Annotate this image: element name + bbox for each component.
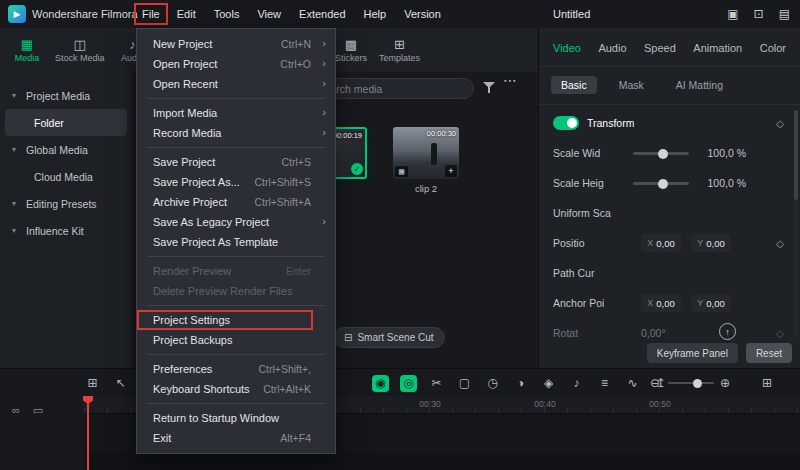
media-clip-2[interactable]: 00:00:30 ▦ +: [393, 127, 459, 179]
media-tab[interactable]: ▦ Media: [4, 28, 50, 72]
keyframe-diamond-icon[interactable]: ◇: [776, 238, 784, 249]
scale-height-value[interactable]: 100,0 %: [707, 177, 746, 189]
file-menu-item[interactable]: Project Backups ›: [137, 330, 335, 350]
submenu-arrow-icon: ›: [322, 126, 326, 138]
properties-tab[interactable]: Animation: [693, 42, 742, 54]
menu-item-label: Save Project: [153, 156, 215, 168]
gift-icon[interactable]: ▣: [727, 7, 738, 21]
file-menu-item[interactable]: New Project Ctrl+N ›: [137, 34, 335, 54]
audio-mixer-icon[interactable]: ≡: [596, 375, 613, 392]
reset-button[interactable]: Reset: [746, 343, 792, 363]
file-menu-item[interactable]: Save As Legacy Project ›: [137, 212, 335, 232]
menubar-item[interactable]: Edit: [168, 0, 205, 28]
menu-item-shortcut: Alt+F4: [280, 432, 311, 444]
anchor-y-field[interactable]: Y 0,00: [691, 294, 731, 312]
media-tab[interactable]: ◫ Stock Media: [50, 28, 110, 72]
position-y-field[interactable]: Y 0,00: [691, 234, 731, 252]
file-menu-item[interactable]: Return to Startup Window ›: [137, 408, 335, 428]
denoise-icon[interactable]: ∿: [624, 375, 641, 392]
file-menu-item[interactable]: Save Project As... Ctrl+Shift+S ›: [137, 172, 335, 192]
menu-item-label: Save Project As Template: [153, 236, 278, 248]
menubar-item[interactable]: Extended: [290, 0, 354, 28]
file-menu-item[interactable]: Open Recent ›: [137, 74, 335, 94]
properties-subtab[interactable]: AI Matting: [666, 76, 733, 94]
zoom-out-icon[interactable]: ⊖: [650, 376, 660, 390]
scale-width-value[interactable]: 100,0 %: [707, 147, 746, 159]
scroll-up-button[interactable]: ↑: [719, 323, 736, 340]
menubar-item[interactable]: Tools: [205, 0, 249, 28]
properties-tab[interactable]: Video: [553, 42, 581, 54]
menubar-item[interactable]: Help: [355, 0, 396, 28]
scale-width-slider[interactable]: [633, 152, 689, 155]
keyframe-diamond-icon[interactable]: ◇: [776, 328, 784, 339]
link-tracks-icon[interactable]: ∞: [12, 404, 20, 417]
chroma-key-icon[interactable]: ◑: [512, 375, 529, 392]
menubar-item[interactable]: File: [134, 3, 168, 25]
scene-detect-icon[interactable]: ◎: [400, 375, 417, 392]
speed-icon[interactable]: ◷: [484, 375, 501, 392]
media-tab[interactable]: ⊞ Templates: [374, 28, 425, 72]
smart-scene-cut-button[interactable]: ⊟ Smart Scene Cut: [333, 327, 445, 348]
timeline-lane[interactable]: [84, 452, 800, 470]
crop-icon[interactable]: ▢: [456, 375, 473, 392]
media-tabs-right: ▩ Stickers ⊞ Templates: [328, 28, 425, 72]
file-menu-item[interactable]: Open Project Ctrl+O ›: [137, 54, 335, 74]
record-icon[interactable]: ◉: [372, 375, 389, 392]
track-manager-icon[interactable]: ⊞: [762, 376, 772, 390]
properties-tab[interactable]: Color: [760, 42, 786, 54]
file-menu-item: ›: [137, 94, 335, 103]
file-menu-item[interactable]: Save Project Ctrl+S ›: [137, 152, 335, 172]
properties-tab[interactable]: Speed: [644, 42, 676, 54]
menu-item-label: Archive Project: [153, 196, 227, 208]
file-menu-item[interactable]: Keyboard Shortcuts Ctrl+Alt+K ›: [137, 379, 335, 399]
sidebar-item[interactable]: ▾ Cloud Media: [0, 163, 132, 190]
media-tab-label: Media: [15, 53, 40, 63]
sidebar-item[interactable]: ▾ Editing Presets: [0, 190, 132, 217]
sidebar-item[interactable]: ▾ Project Media: [0, 82, 132, 109]
select-cursor-icon[interactable]: ↖: [112, 375, 129, 392]
file-menu-item[interactable]: Project Settings ›: [137, 310, 313, 330]
add-to-timeline-button[interactable]: +: [445, 165, 457, 177]
add-track-icon[interactable]: ⊞: [84, 375, 101, 392]
panel-scrollbar[interactable]: [794, 110, 798, 338]
sidebar-item[interactable]: ▾ Global Media: [0, 136, 132, 163]
sidebar-item[interactable]: ▾ Influence Kit: [0, 217, 132, 244]
zoom-in-icon[interactable]: ⊕: [720, 376, 730, 390]
file-menu-item[interactable]: Archive Project Ctrl+Shift+A ›: [137, 192, 335, 212]
clip-type-icon: ▦: [395, 166, 408, 177]
properties-subtab[interactable]: Basic: [551, 76, 597, 94]
file-menu-item[interactable]: Save Project As Template ›: [137, 232, 335, 252]
anchor-x-field[interactable]: X 0,00: [641, 294, 681, 312]
more-options-button[interactable]: ⋯: [503, 72, 517, 88]
keyframe-panel-button[interactable]: Keyframe Panel: [647, 343, 738, 363]
keyframe-diamond-icon[interactable]: ◇: [776, 118, 784, 129]
scale-height-slider[interactable]: [633, 182, 689, 185]
file-menu-item[interactable]: Exit Alt+F4 ›: [137, 428, 335, 448]
file-menu-item[interactable]: Import Media ›: [137, 103, 335, 123]
file-menu-item: ›: [137, 399, 335, 408]
preview-quality-icon[interactable]: ▭: [33, 404, 43, 417]
properties-tabs: Video Audio Speed Animation Color: [553, 42, 786, 54]
timeline-zoom-slider[interactable]: [668, 382, 714, 384]
mask-icon[interactable]: ◈: [540, 375, 557, 392]
transform-label: Transform: [587, 117, 634, 129]
file-menu-item[interactable]: Preferences Ctrl+Shift+, ›: [137, 359, 335, 379]
split-icon[interactable]: ✂: [428, 375, 445, 392]
transform-toggle[interactable]: [553, 116, 579, 130]
device-preview-icon[interactable]: ▤: [779, 7, 790, 21]
properties-tab[interactable]: Audio: [598, 42, 626, 54]
position-x-field[interactable]: X 0,00: [641, 234, 681, 252]
menubar-item[interactable]: Version: [395, 0, 450, 28]
file-menu-item[interactable]: Record Media ›: [137, 123, 335, 143]
sidebar-item[interactable]: ▾ Folder: [5, 109, 127, 136]
media-tab-icon: ⊞: [394, 38, 405, 51]
playhead-line[interactable]: [87, 396, 89, 470]
screen-layout-icon[interactable]: ⊡: [754, 7, 764, 21]
media-tab-label: Stock Media: [55, 53, 105, 63]
filter-icon[interactable]: [482, 81, 496, 95]
voiceover-icon[interactable]: ♪: [568, 375, 585, 392]
search-input[interactable]: [318, 83, 464, 95]
menubar-item[interactable]: View: [248, 0, 290, 28]
rotate-value[interactable]: 0,00°: [641, 327, 666, 339]
properties-subtab[interactable]: Mask: [609, 76, 654, 94]
